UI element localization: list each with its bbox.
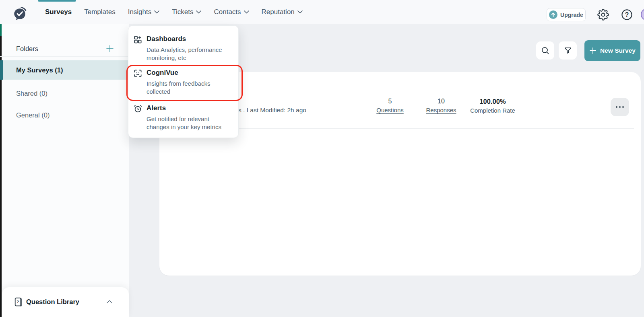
nav-tab-templates-label: Templates (84, 8, 115, 16)
menu-item-dashboards[interactable]: Dashboards Data Analytics, performance m… (133, 35, 233, 62)
filter-button[interactable] (559, 41, 577, 60)
search-button[interactable] (536, 41, 554, 60)
folders-label: Folders (16, 45, 38, 53)
help-icon[interactable]: ? (621, 9, 633, 21)
nav-tab-surveys-label: Surveys (45, 8, 72, 16)
avatar[interactable] (641, 8, 644, 21)
questions-link[interactable]: Questions (366, 107, 414, 113)
nav-tab-reputation[interactable]: Reputation (262, 8, 303, 16)
menu-item-description: Data Analytics, performance monitoring, … (147, 46, 230, 62)
nav-tab-contacts-label: Contacts (214, 8, 241, 16)
filter-icon (564, 46, 572, 55)
search-icon (541, 46, 550, 55)
folders-header: Folders (16, 43, 114, 54)
chevron-up-icon (107, 300, 112, 303)
sidebar-item-shared[interactable]: Shared (0) (0, 84, 129, 103)
divider (581, 44, 581, 57)
sidebar-item-my-surveys[interactable]: My Surveys (1) (0, 60, 129, 80)
menu-item-title: CogniVue (147, 68, 233, 78)
top-header: Surveys Templates Insights Tickets Conta… (0, 0, 644, 24)
responses-link[interactable]: Responses (417, 107, 465, 113)
nav-tab-surveys[interactable]: Surveys (45, 8, 72, 16)
upgrade-label: Upgrade (560, 12, 583, 18)
cognivue-scan-face-icon (133, 69, 142, 78)
menu-item-description: Get notified for relevant changes in you… (147, 115, 230, 131)
menu-item-title: Alerts (147, 104, 233, 113)
main-nav: Surveys Templates Insights Tickets Conta… (45, 0, 303, 24)
book-question-icon: ? (13, 297, 23, 307)
sidebar: Folders My Surveys (1) Shared (0) Genera… (0, 24, 129, 317)
completion-rate-link[interactable]: Completion Rate (462, 107, 523, 114)
ellipsis-icon (616, 106, 617, 108)
survey-meta-text: s . Last Modified: 2h ago (238, 107, 306, 114)
nav-tab-tickets[interactable]: Tickets (172, 8, 201, 16)
chevron-down-icon (196, 10, 201, 14)
alerts-alarm-icon (133, 104, 142, 113)
questions-count: 5 (366, 98, 414, 105)
stat-completion-rate: 100.00% Completion Rate (462, 98, 523, 114)
stat-questions: 5 Questions (366, 98, 414, 113)
nav-tab-tickets-label: Tickets (172, 8, 193, 16)
sidebar-item-label: Shared (0) (16, 90, 47, 97)
insights-dropdown-menu: Dashboards Data Analytics, performance m… (128, 25, 239, 138)
nav-tab-reputation-label: Reputation (262, 8, 295, 16)
question-library-toggle[interactable]: ? Question Library (2, 287, 129, 317)
plus-icon (589, 47, 597, 54)
menu-item-title: Dashboards (147, 35, 233, 44)
sidebar-item-label: General (0) (16, 111, 50, 119)
add-folder-icon[interactable] (105, 44, 114, 53)
new-survey-button[interactable]: New Survey (584, 40, 640, 61)
new-survey-label: New Survey (600, 47, 636, 54)
sidebar-item-label: My Surveys (1) (16, 66, 63, 74)
menu-item-cognivue[interactable]: CogniVue Insights from feedbacks collect… (133, 68, 233, 96)
dashboards-icon (133, 35, 142, 44)
survey-more-actions-button[interactable] (611, 98, 629, 116)
upgrade-arrow-icon (549, 10, 557, 19)
settings-gear-icon[interactable] (597, 9, 609, 21)
menu-item-alerts[interactable]: Alerts Get notified for relevant changes… (133, 104, 233, 131)
divider (0, 56, 129, 57)
responses-count: 10 (417, 98, 465, 105)
stat-responses: 10 Responses (417, 98, 465, 113)
menu-item-description: Insights from feedbacks collected (147, 80, 230, 96)
sidebar-item-general[interactable]: General (0) (0, 105, 129, 125)
app-logo-icon[interactable] (12, 6, 28, 22)
nav-tab-insights[interactable]: Insights (128, 8, 160, 16)
chevron-down-icon (154, 10, 159, 14)
nav-tab-templates[interactable]: Templates (84, 8, 115, 16)
upgrade-button[interactable]: Upgrade (547, 8, 586, 21)
svg-text:?: ? (625, 11, 629, 18)
chevron-down-icon (244, 10, 249, 14)
svg-text:?: ? (17, 299, 19, 304)
question-library-label: Question Library (26, 298, 79, 306)
completion-rate-value: 100.00% (462, 98, 523, 105)
nav-tab-contacts[interactable]: Contacts (214, 8, 249, 16)
chevron-down-icon (297, 10, 303, 14)
nav-tab-insights-label: Insights (128, 8, 152, 16)
